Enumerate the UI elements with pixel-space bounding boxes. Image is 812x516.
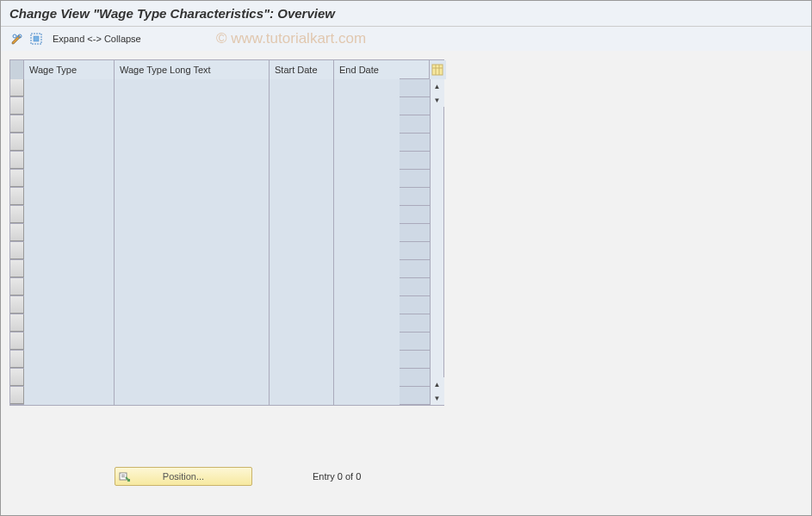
column-header-wage-type[interactable]: Wage Type — [24, 60, 115, 79]
cell-end-date[interactable] — [334, 224, 400, 242]
table-row[interactable] — [10, 242, 430, 260]
table-settings-icon[interactable] — [429, 60, 446, 79]
cell-long-text[interactable] — [115, 260, 270, 278]
cell-wage-type[interactable] — [24, 296, 115, 314]
scroll-down-bottom-icon[interactable]: ▼ — [431, 391, 444, 405]
cell-wage-type[interactable] — [24, 188, 115, 206]
cell-end-date[interactable] — [334, 333, 400, 351]
table-row[interactable] — [10, 206, 430, 224]
vertical-scrollbar[interactable]: ▲ ▼ ▲ ▼ — [430, 60, 443, 405]
row-selector[interactable] — [10, 333, 24, 350]
cell-wage-type[interactable] — [24, 97, 115, 115]
table-row[interactable] — [10, 152, 430, 170]
cell-start-date[interactable] — [270, 188, 334, 206]
cell-start-date[interactable] — [270, 170, 334, 188]
row-selector[interactable] — [10, 134, 24, 151]
table-row[interactable] — [10, 260, 430, 278]
cell-wage-type[interactable] — [24, 333, 115, 351]
position-button[interactable]: Position... — [115, 467, 252, 486]
cell-wage-type[interactable] — [24, 369, 115, 387]
cell-end-date[interactable] — [334, 115, 400, 134]
cell-long-text[interactable] — [115, 278, 270, 296]
cell-end-date[interactable] — [334, 242, 400, 260]
pencil-glasses-icon[interactable] — [9, 31, 25, 47]
cell-end-date[interactable] — [334, 387, 400, 405]
row-selector[interactable] — [10, 314, 24, 332]
row-selector[interactable] — [10, 170, 24, 187]
row-selector[interactable] — [10, 115, 24, 133]
row-selector[interactable] — [10, 152, 24, 169]
cell-start-date[interactable] — [270, 152, 334, 170]
cell-start-date[interactable] — [270, 351, 334, 369]
cell-end-date[interactable] — [334, 351, 400, 369]
table-row[interactable] — [10, 188, 430, 206]
row-selector[interactable] — [10, 260, 24, 277]
table-row[interactable] — [10, 387, 430, 405]
cell-start-date[interactable] — [270, 134, 334, 152]
cell-wage-type[interactable] — [24, 134, 115, 152]
row-selector[interactable] — [10, 351, 24, 368]
cell-long-text[interactable] — [115, 242, 270, 260]
cell-start-date[interactable] — [270, 369, 334, 387]
table-row[interactable] — [10, 333, 430, 351]
cell-end-date[interactable] — [334, 134, 400, 152]
cell-long-text[interactable] — [115, 333, 270, 351]
cell-wage-type[interactable] — [24, 242, 115, 260]
cell-end-date[interactable] — [334, 188, 400, 206]
cell-start-date[interactable] — [270, 260, 334, 278]
cell-end-date[interactable] — [334, 97, 400, 115]
cell-end-date[interactable] — [334, 278, 400, 296]
cell-end-date[interactable] — [334, 79, 400, 97]
cell-wage-type[interactable] — [24, 260, 115, 278]
cell-end-date[interactable] — [334, 170, 400, 188]
cell-long-text[interactable] — [115, 314, 270, 333]
row-selector[interactable] — [10, 188, 24, 205]
row-selector[interactable] — [10, 206, 24, 223]
cell-long-text[interactable] — [115, 170, 270, 188]
scroll-up-bottom-icon[interactable]: ▲ — [431, 377, 444, 391]
row-selector[interactable] — [10, 224, 24, 241]
row-selector-header[interactable] — [10, 60, 24, 79]
table-row[interactable] — [10, 115, 430, 134]
row-selector[interactable] — [10, 79, 24, 96]
cell-long-text[interactable] — [115, 296, 270, 314]
bounding-box-icon[interactable] — [28, 31, 44, 47]
row-selector[interactable] — [10, 278, 24, 295]
table-row[interactable] — [10, 97, 430, 115]
cell-start-date[interactable] — [270, 206, 334, 224]
cell-long-text[interactable] — [115, 152, 270, 170]
cell-end-date[interactable] — [334, 206, 400, 224]
table-row[interactable] — [10, 351, 430, 369]
cell-long-text[interactable] — [115, 188, 270, 206]
cell-wage-type[interactable] — [24, 224, 115, 242]
table-row[interactable] — [10, 296, 430, 314]
cell-wage-type[interactable] — [24, 115, 115, 134]
cell-end-date[interactable] — [334, 260, 400, 278]
row-selector[interactable] — [10, 369, 24, 386]
cell-wage-type[interactable] — [24, 387, 115, 405]
scroll-down-icon[interactable]: ▼ — [431, 93, 444, 107]
table-row[interactable] — [10, 224, 430, 242]
scroll-up-icon[interactable]: ▲ — [431, 79, 444, 93]
table-row[interactable] — [10, 314, 430, 333]
cell-long-text[interactable] — [115, 387, 270, 405]
column-header-long-text[interactable]: Wage Type Long Text — [115, 60, 270, 79]
cell-wage-type[interactable] — [24, 170, 115, 188]
cell-wage-type[interactable] — [24, 152, 115, 170]
table-row[interactable] — [10, 278, 430, 296]
cell-wage-type[interactable] — [24, 278, 115, 296]
cell-wage-type[interactable] — [24, 314, 115, 333]
cell-long-text[interactable] — [115, 369, 270, 387]
table-row[interactable] — [10, 369, 430, 387]
cell-end-date[interactable] — [334, 314, 400, 333]
cell-start-date[interactable] — [270, 115, 334, 134]
cell-start-date[interactable] — [270, 278, 334, 296]
expand-collapse-label[interactable]: Expand <-> Collapse — [53, 34, 141, 44]
cell-long-text[interactable] — [115, 134, 270, 152]
cell-wage-type[interactable] — [24, 79, 115, 97]
cell-wage-type[interactable] — [24, 351, 115, 369]
table-row[interactable] — [10, 170, 430, 188]
cell-end-date[interactable] — [334, 152, 400, 170]
cell-start-date[interactable] — [270, 314, 334, 333]
table-row[interactable] — [10, 79, 430, 97]
